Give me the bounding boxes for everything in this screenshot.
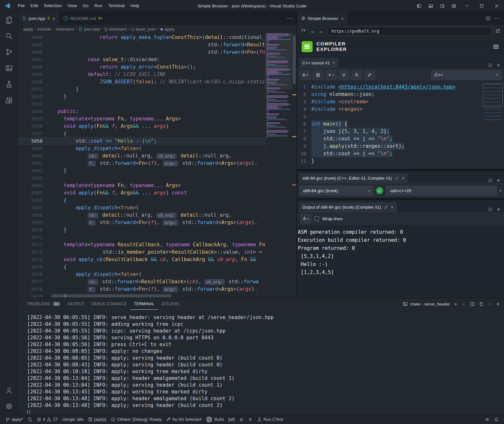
code-line[interactable]: 5077 cb: std::forward<ResultCallback>(cb…	[18, 278, 296, 286]
source-code-line[interactable]: 3#include <iostream>	[297, 98, 504, 106]
activity-settings-gear[interactable]	[0, 398, 18, 414]
code-line[interactable]: 5076 apply_dispatch<false>(	[18, 271, 296, 278]
source-code-line[interactable]: 11}	[297, 157, 504, 165]
code-line[interactable]: 5067 apply_dispatch<true>(	[18, 204, 296, 212]
source-code-line[interactable]: 8 std::cout << j << "\n";	[297, 135, 504, 143]
add-pane-button[interactable]: +▾	[325, 70, 336, 80]
activity-remote-explorer[interactable]	[0, 60, 18, 76]
code-line[interactable]: 5070 }	[18, 226, 296, 234]
code-line[interactable]: 5048 return apply_error<ConstThis>();	[18, 63, 296, 71]
source-code-line[interactable]: 4#include <ranges>	[297, 106, 504, 113]
code-line[interactable]: 5044 return apply_make_tuple<ConstThis>(…	[18, 34, 296, 41]
menu-go[interactable]: Go	[80, 0, 92, 12]
code-line[interactable]: 5078 f: std::forward<Fn>(f), args: std::…	[18, 286, 296, 293]
breadcrumb-item[interactable]: include	[38, 27, 51, 32]
source-code-line[interactable]: 7 json j{5, 3, 1, 4, 2};	[297, 128, 504, 135]
source-minimap-slider[interactable]	[483, 83, 503, 107]
code-line[interactable]: 5056 void apply(Fn&& f, Args&& ... args)	[18, 123, 296, 130]
include-link[interactable]: <https://localhost:8443/apply/json.hpp>	[338, 84, 456, 90]
scrollbar-thumb[interactable]	[293, 36, 296, 84]
problems-indicator[interactable]: 427	[34, 415, 60, 424]
ctest-button[interactable]: Run CTest	[255, 415, 285, 424]
cmake-launch-button[interactable]	[246, 415, 255, 424]
activity-extensions[interactable]	[0, 92, 18, 108]
menu-edit[interactable]: Edit	[28, 0, 41, 12]
code-editor[interactable]: 5044 return apply_make_tuple<ConstThis>(…	[18, 33, 296, 298]
layout-sidebar-right-button[interactable]	[436, 0, 448, 12]
code-line[interactable]: 5074 void apply_cb(ResultCallback && cb,…	[18, 256, 296, 263]
code-line[interactable]: 5058 std::cout << "Hello :-)\n";	[18, 137, 296, 145]
font-size-button[interactable]: A▾	[300, 70, 311, 80]
terminal[interactable]: [2022-04-30 06:05:55] INFO: serve_header…	[18, 310, 504, 414]
terminal-picker[interactable]: make - serve_header	[403, 302, 450, 306]
compiler-pane-tab[interactable]: x86-64 gcc (trunk) (C++, Editor #1, Comp…	[299, 173, 408, 183]
cmake-build-target[interactable]: [all]	[226, 415, 237, 424]
activity-search[interactable]	[0, 28, 18, 44]
vertical-scrollbar[interactable]	[292, 33, 296, 298]
output-pane-tab[interactable]: Output of x86-64 gcc (trunk) (Compiler #…	[299, 202, 397, 212]
maximize-panel-button[interactable]	[488, 302, 492, 306]
zoom-button[interactable]	[351, 70, 362, 80]
horizontal-scrollbar[interactable]	[52, 294, 265, 298]
layout-panel-button[interactable]	[425, 0, 436, 12]
code-line[interactable]: 5051 }	[18, 86, 296, 93]
tab-simple-browser[interactable]: Simple Browser ×	[297, 12, 348, 25]
cmake-status[interactable]: CMake: [Debug]: Ready	[109, 415, 164, 424]
code-line[interactable]: 5050 JSON_ASSERT(false); // NOLINT(cert-…	[18, 78, 296, 86]
open-external-button[interactable]	[495, 29, 500, 33]
source-code-line[interactable]: 2using nlohmann::json;	[297, 91, 504, 98]
close-icon[interactable]: ×	[341, 16, 344, 21]
compiler-select[interactable]: x86-64 gcc (trunk) ▾	[300, 186, 373, 195]
source-code-line[interactable]: 5	[297, 113, 504, 120]
tab-readme-md[interactable]: ⓘREADME.md9+	[60, 12, 107, 25]
code-line[interactable]: 5073 std::is_member_pointer<ResultCallba…	[18, 249, 296, 256]
forward-button[interactable]: →	[310, 29, 315, 34]
panel-tab-debug-console[interactable]: DEBUG CONSOLE	[88, 298, 131, 310]
close-icon[interactable]: ×	[53, 16, 55, 21]
code-line[interactable]: 5053	[18, 100, 296, 108]
terminal-profile-button[interactable]	[461, 302, 466, 306]
cmake-build-button[interactable]: Build	[203, 415, 226, 424]
cmake-debug-button[interactable]	[237, 415, 246, 424]
cmake-project[interactable]: [apply]	[86, 415, 109, 424]
save-button[interactable]	[313, 70, 324, 80]
new-terminal-button[interactable]: +	[454, 301, 457, 307]
source-code-line[interactable]: 6int main() {	[297, 120, 504, 128]
cmake-kit[interactable]: No Kit Selected	[164, 415, 204, 424]
close-pane-button[interactable]: ×	[497, 207, 500, 212]
code-line[interactable]: 5052 }	[18, 93, 296, 100]
feedback-button[interactable]	[483, 415, 492, 424]
breadcrumb-item[interactable]: nlohmann	[55, 27, 74, 32]
clangd-status[interactable]: clangd: idle	[60, 415, 86, 424]
split-terminal-button[interactable]	[470, 302, 475, 306]
code-line[interactable]: 5069 f: std::forward<Fn>(f), args: std::…	[18, 219, 296, 226]
code-line[interactable]: 5055 template<typename Fn, typename... A…	[18, 115, 296, 123]
activity-testing[interactable]	[0, 76, 18, 92]
panel-tab-gitlens[interactable]: GITLENS	[158, 298, 182, 310]
sync-button[interactable]	[25, 415, 34, 424]
tab-json-hpp[interactable]: json.hpp4×	[18, 12, 60, 25]
menu-selection[interactable]: Selection	[41, 0, 65, 12]
font-size-button[interactable]: A ▾	[300, 214, 311, 223]
menu-run[interactable]: Run	[92, 0, 105, 12]
chevron-down-icon[interactable]: ▾	[500, 189, 501, 193]
hamburger-menu-icon[interactable]	[492, 43, 499, 50]
source-code-line[interactable]: 1#include <https://localhost:8443/apply/…	[297, 83, 504, 91]
source-code-editor[interactable]: 1#include <https://localhost:8443/apply/…	[297, 82, 504, 169]
code-line[interactable]: 5059 apply_dispatch<false>(	[18, 145, 296, 152]
code-line[interactable]: 5061 f: std::forward<Fn>(f), args: std::…	[18, 160, 296, 167]
activity-explorer[interactable]	[0, 12, 18, 28]
close-icon[interactable]: ×	[391, 205, 393, 209]
code-line[interactable]: 5063	[18, 174, 296, 182]
more-icon[interactable]: ⋯	[287, 15, 293, 21]
activity-account[interactable]	[0, 382, 18, 398]
vim-button[interactable]: V	[338, 70, 349, 80]
notifications-button[interactable]	[492, 415, 501, 424]
close-icon[interactable]: ×	[333, 61, 335, 65]
panel-tab-problems[interactable]: PROBLEMS31	[24, 298, 64, 310]
code-line[interactable]: 5066 {	[18, 197, 296, 204]
code-line[interactable]: 5060 cb: detail::null_arg, cb_arg: detai…	[18, 152, 296, 160]
layout-sidebar-left-button[interactable]	[413, 0, 425, 12]
compiler-options-input[interactable]	[386, 186, 497, 195]
pencil-icon[interactable]	[384, 205, 388, 209]
